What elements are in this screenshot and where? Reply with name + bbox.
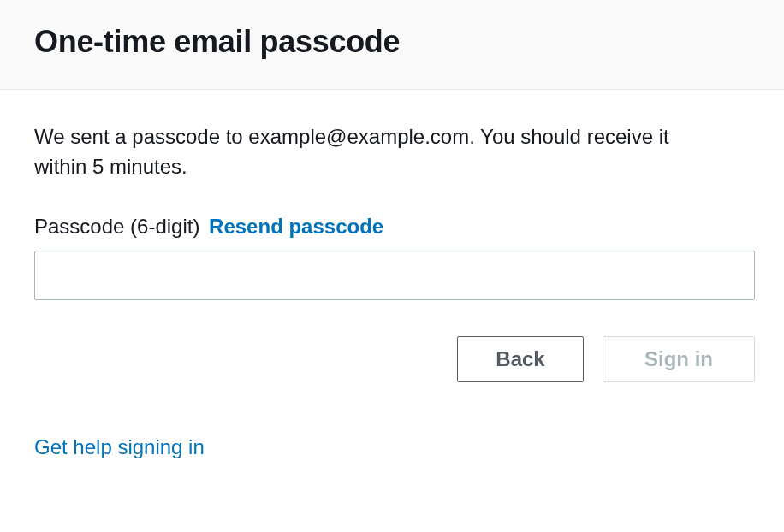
page-header: One-time email passcode — [0, 0, 784, 90]
passcode-label: Passcode (6-digit) — [34, 215, 199, 238]
content-area: We sent a passcode to example@example.co… — [0, 90, 784, 476]
page-title: One-time email passcode — [34, 24, 750, 60]
passcode-input[interactable] — [34, 251, 755, 300]
passcode-label-row: Passcode (6-digit) Resend passcode — [34, 215, 750, 239]
help-signing-in-link[interactable]: Get help signing in — [34, 435, 205, 459]
button-row: Back Sign in — [34, 336, 755, 382]
resend-passcode-link[interactable]: Resend passcode — [209, 215, 383, 238]
signin-button[interactable]: Sign in — [603, 336, 755, 382]
description-text: We sent a passcode to example@example.co… — [34, 122, 685, 182]
back-button[interactable]: Back — [457, 336, 584, 382]
